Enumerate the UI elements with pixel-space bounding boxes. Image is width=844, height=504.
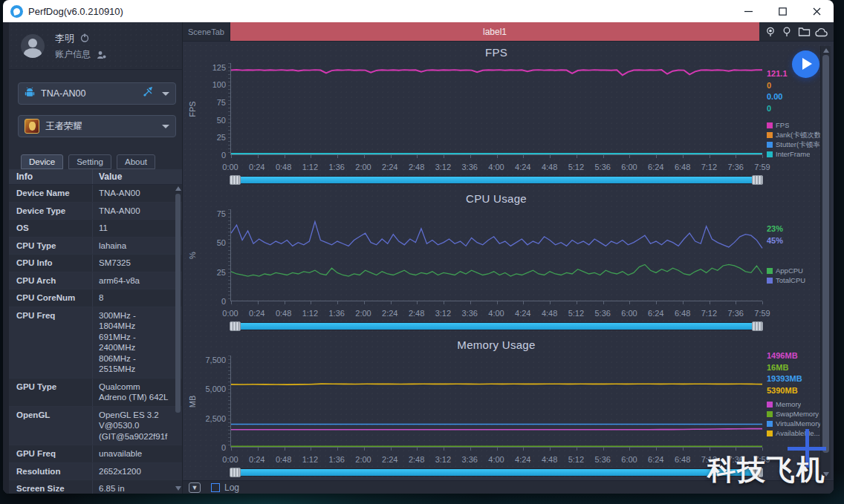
x-tick-label: 3:36 <box>455 163 484 171</box>
y-tick-label: 25 <box>192 268 226 277</box>
slider-handle-right[interactable] <box>752 175 763 185</box>
scrollbar-thumb[interactable] <box>175 194 181 413</box>
slider-track[interactable] <box>232 469 761 476</box>
column-header-info: Info <box>9 169 92 184</box>
x-tickmark <box>470 155 471 158</box>
x-tick-label: 1:36 <box>322 309 351 318</box>
range-slider[interactable] <box>230 468 762 477</box>
x-tick-label: 2:24 <box>375 309 405 318</box>
scroll-up-icon[interactable] <box>823 48 829 53</box>
x-tick-label: 5:36 <box>588 163 617 171</box>
y-tick-label: 7,500 <box>192 356 226 364</box>
x-tickmark <box>550 448 551 451</box>
perfdog-window: PerfDog(v6.0.210910) 李明 账户信息 TNA-AN00 <box>3 0 834 494</box>
legend-swatch <box>767 411 773 417</box>
account-info-link[interactable]: 账户信息 <box>55 48 91 61</box>
table-row: GPU TypeQualcomm Adreno (TM) 642L <box>9 379 182 407</box>
tab-about[interactable]: About <box>117 154 155 169</box>
y-tick-label: 100 <box>192 80 226 89</box>
device-select[interactable]: TNA-AN00 <box>18 82 176 105</box>
x-tickmark <box>762 301 763 304</box>
location-icon[interactable] <box>765 26 776 38</box>
title-bar: PerfDog(v6.0.210910) <box>3 0 834 22</box>
minimize-button[interactable] <box>731 0 765 22</box>
x-tickmark <box>577 448 577 451</box>
legend-swatch <box>767 431 773 436</box>
charts-scrollbar[interactable] <box>820 46 831 479</box>
chart-cpu-usage: CPU Usage%02550750:000:240:481:121:362:0… <box>183 188 820 334</box>
account-user-icon[interactable] <box>97 49 106 62</box>
scene-tab[interactable]: SceneTab <box>183 22 230 41</box>
y-tick-label: 0 <box>192 151 226 160</box>
column-header-value: Value <box>92 169 182 184</box>
slider-track[interactable] <box>232 177 761 183</box>
y-axis-label: MB <box>187 356 198 448</box>
x-tick-label: 2:48 <box>402 309 432 318</box>
chart-readout-panel: 23%45%AppCPUTotalCPU <box>767 223 820 285</box>
slider-track[interactable] <box>232 323 761 330</box>
scroll-down-icon[interactable] <box>175 486 181 491</box>
x-tickmark <box>285 301 285 304</box>
x-tick-label: 5:36 <box>588 309 617 318</box>
slider-handle-left[interactable] <box>230 175 241 185</box>
x-tickmark <box>364 448 365 451</box>
legend-item: Memory <box>767 399 820 409</box>
x-tickmark <box>629 301 630 304</box>
x-tick-label: 0:24 <box>242 163 272 171</box>
x-tickmark <box>258 448 259 451</box>
x-tickmark <box>364 301 365 304</box>
window-title: PerfDog(v6.0.210910) <box>28 6 123 17</box>
cloud-icon[interactable] <box>815 27 828 37</box>
x-tick-label: 6:24 <box>641 455 671 464</box>
expand-log-button[interactable]: ▼ <box>189 482 201 493</box>
app-select[interactable]: 王者荣耀 <box>18 115 176 137</box>
log-checkbox[interactable] <box>211 483 220 492</box>
play-button[interactable] <box>792 50 819 78</box>
close-button[interactable] <box>799 0 834 22</box>
scroll-up-icon[interactable] <box>175 186 181 191</box>
x-tick-label: 7:12 <box>694 163 724 171</box>
device-table-header: Info Value <box>9 169 182 185</box>
legend-swatch <box>767 142 773 148</box>
legend-label: FPS <box>776 120 789 130</box>
x-tick-label: 0:48 <box>269 163 299 171</box>
x-tickmark <box>391 301 392 304</box>
range-slider[interactable] <box>230 322 762 330</box>
scrollbar-thumb[interactable] <box>822 55 829 453</box>
pin-icon[interactable] <box>781 26 793 38</box>
x-tick-label: 2:48 <box>402 163 432 171</box>
x-tick-label: 0:00 <box>215 455 245 464</box>
x-tick-label: 7:59 <box>747 163 777 171</box>
x-tick-label: 7:36 <box>721 309 750 318</box>
table-row: Device NameTNA-AN00 <box>9 185 182 203</box>
slider-handle-right[interactable] <box>752 321 763 331</box>
x-tick-label: 3:36 <box>455 455 484 464</box>
usb-icon[interactable] <box>143 87 155 100</box>
avatar[interactable] <box>21 34 45 58</box>
folder-icon[interactable] <box>798 26 811 37</box>
legend-label: Stutter(卡顿率) <box>776 140 820 149</box>
user-name: 李明 <box>55 32 74 45</box>
sidebar: 李明 账户信息 TNA-AN00 王者荣耀 Device <box>3 22 183 494</box>
y-axis-label: % <box>187 209 198 301</box>
tab-setting[interactable]: Setting <box>68 154 111 169</box>
x-tickmark <box>656 448 657 451</box>
x-tickmark <box>497 448 498 451</box>
series-availablememory <box>231 384 762 384</box>
legend-label: AppCPU <box>776 266 803 275</box>
table-scrollbar[interactable] <box>175 186 181 491</box>
slider-handle-left[interactable] <box>230 468 241 477</box>
x-tick-label: 2:24 <box>375 163 405 171</box>
scene-label-bar: label1 <box>230 22 759 41</box>
x-tick-label: 1:36 <box>322 455 351 464</box>
range-slider[interactable] <box>230 176 762 184</box>
x-tickmark <box>762 155 763 158</box>
power-icon[interactable] <box>80 32 89 45</box>
slider-handle-left[interactable] <box>230 321 241 331</box>
x-tick-label: 1:12 <box>295 163 325 171</box>
maximize-button[interactable] <box>765 0 799 22</box>
legend-label: SwapMemory <box>776 409 819 419</box>
tab-device[interactable]: Device <box>21 154 63 169</box>
x-tick-label: 4:48 <box>535 163 565 171</box>
x-tickmark <box>656 155 657 158</box>
